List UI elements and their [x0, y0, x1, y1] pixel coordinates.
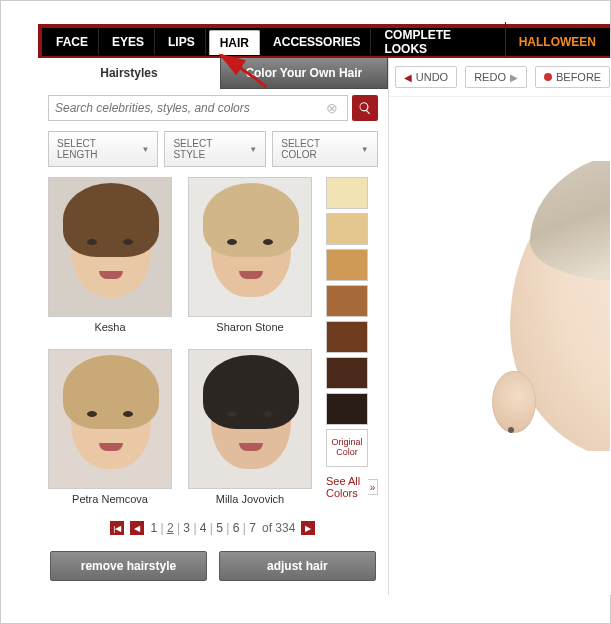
hairstyle-thumbnail[interactable]: Milla Jovovich	[188, 349, 312, 505]
search-field[interactable]	[55, 101, 323, 115]
select-style[interactable]: SELECT STYLE▼	[164, 131, 266, 167]
page-number[interactable]: 7	[249, 521, 256, 535]
tab-lips[interactable]: LIPS	[158, 29, 206, 55]
search-input[interactable]: ⊗	[48, 95, 348, 121]
tab-hair[interactable]: HAIR	[209, 30, 260, 55]
page-number[interactable]: 6	[233, 521, 240, 535]
page-first[interactable]: |◀	[110, 521, 124, 535]
color-swatch[interactable]	[326, 213, 368, 245]
color-swatch[interactable]	[326, 321, 368, 353]
color-swatch[interactable]	[326, 393, 368, 425]
arrow-right-icon: »	[368, 479, 377, 495]
thumbnail-caption: Milla Jovovich	[188, 493, 312, 505]
preview-head	[490, 161, 610, 451]
chevron-right-icon: ▶	[510, 72, 518, 83]
chevron-down-icon: ▼	[141, 145, 149, 154]
chevron-down-icon: ▼	[361, 145, 369, 154]
color-swatch[interactable]	[326, 357, 368, 389]
page-number[interactable]: 2	[167, 521, 174, 535]
tab-halloween[interactable]: HALLOWEEN	[509, 29, 606, 55]
tab-accessories[interactable]: ACCESSORIES	[263, 29, 371, 55]
hairstyle-thumbnail[interactable]: Kesha	[48, 177, 172, 333]
thumbnail-caption: Petra Nemcova	[48, 493, 172, 505]
tab-face[interactable]: FACE	[46, 29, 99, 55]
remove-hairstyle-button[interactable]: remove hairstyle	[50, 551, 207, 581]
page-next[interactable]: ▶	[301, 521, 315, 535]
page-number[interactable]: 5	[216, 521, 223, 535]
color-swatch[interactable]	[326, 249, 368, 281]
select-length[interactable]: SELECT LENGTH▼	[48, 131, 158, 167]
search-icon	[358, 101, 372, 115]
adjust-hair-button[interactable]: adjust hair	[219, 551, 376, 581]
undo-button[interactable]: ◀UNDO	[395, 66, 457, 88]
hairstyle-thumbnail[interactable]: Petra Nemcova	[48, 349, 172, 505]
tab-complete-looks[interactable]: COMPLETE LOOKS	[374, 22, 505, 62]
before-toggle[interactable]: BEFORE	[535, 66, 610, 88]
hairstyle-thumbnail[interactable]: Sharon Stone	[188, 177, 312, 333]
search-button[interactable]	[352, 95, 378, 121]
color-swatch[interactable]	[326, 285, 368, 317]
page-prev[interactable]: ◀	[130, 521, 144, 535]
category-tabs: FACE EYES LIPS HAIR ACCESSORIES COMPLETE…	[42, 28, 610, 56]
page-number[interactable]: 4	[200, 521, 207, 535]
tab-eyes[interactable]: EYES	[102, 29, 155, 55]
see-all-colors[interactable]: See All Colors »	[326, 475, 378, 499]
thumbnail-caption: Sharon Stone	[188, 321, 312, 333]
chevron-down-icon: ▼	[249, 145, 257, 154]
chevron-left-icon: ◀	[404, 72, 412, 83]
select-color[interactable]: SELECT COLOR▼	[272, 131, 378, 167]
original-color[interactable]: Original Color	[326, 429, 368, 467]
subtab-hairstyles[interactable]: Hairstyles	[38, 58, 220, 89]
pagination: |◀ ◀ 1 | 2 | 3 | 4 | 5 | 6 | 7 of 334 ▶	[38, 505, 388, 543]
redo-button[interactable]: REDO▶	[465, 66, 527, 88]
subtab-color-your-own[interactable]: Color Your Own Hair	[220, 58, 388, 89]
compare-dot-icon	[544, 73, 552, 81]
search-clear-icon[interactable]: ⊗	[323, 100, 341, 116]
thumbnail-caption: Kesha	[48, 321, 172, 333]
color-swatch[interactable]	[326, 177, 368, 209]
